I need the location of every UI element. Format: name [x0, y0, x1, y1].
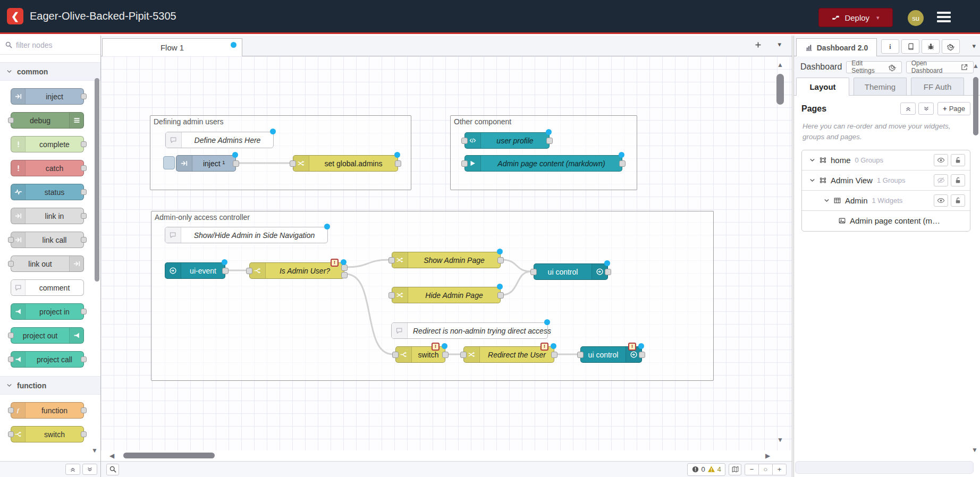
input-port[interactable]: [461, 160, 468, 167]
input-port[interactable]: [392, 352, 399, 358]
output-port[interactable]: [81, 213, 87, 219]
tab-dashboard-2[interactable]: Dashboard 2.0: [796, 38, 877, 56]
palette-node-complete[interactable]: complete: [11, 136, 84, 152]
palette-node-debug[interactable]: debug: [11, 112, 84, 129]
input-port[interactable]: [460, 352, 467, 358]
palette-category-common[interactable]: common: [0, 62, 100, 81]
output-port[interactable]: [81, 431, 87, 437]
output-port[interactable]: [81, 93, 87, 99]
output-port[interactable]: [81, 141, 87, 147]
output-port[interactable]: [81, 309, 87, 314]
palette-node-project-out[interactable]: project out: [11, 327, 84, 344]
visibility-toggle-button[interactable]: [934, 154, 948, 166]
palette-node-inject[interactable]: inject: [11, 88, 84, 105]
output-port[interactable]: [395, 160, 401, 167]
chevron-down-icon[interactable]: [824, 198, 830, 203]
lock-toggle-button[interactable]: [951, 154, 965, 166]
palette-scroll-down-icon[interactable]: ▼: [91, 447, 98, 454]
flow-canvas[interactable]: Defining admin usersOther componentAdmin…: [101, 56, 792, 450]
palette-node-link-out[interactable]: link out: [11, 255, 84, 272]
node-redirect-the-user[interactable]: Redirect the User!: [463, 346, 554, 363]
palette-expand-all-button[interactable]: [82, 464, 97, 475]
palette-node-comment[interactable]: comment: [11, 279, 84, 296]
output-port[interactable]: [546, 138, 553, 144]
user-avatar[interactable]: su: [908, 10, 924, 26]
tree-row-admin[interactable]: Admin1 Widgets: [802, 191, 970, 211]
canvas-scroll-right-icon[interactable]: ▶: [765, 453, 770, 459]
node-admin-page-content-markdown-[interactable]: Admin page content (markdown): [464, 155, 622, 172]
output-port-2[interactable]: [341, 272, 348, 278]
group-defining-admin-users[interactable]: Defining admin users: [150, 115, 411, 190]
output-port[interactable]: [605, 269, 611, 275]
node-user-profile[interactable]: user profile: [464, 132, 550, 149]
output-port[interactable]: [497, 257, 504, 263]
output-port[interactable]: [233, 160, 239, 167]
collapse-all-pages-button[interactable]: [900, 103, 916, 115]
canvas-scroll-left-icon[interactable]: ◀: [109, 453, 114, 459]
sidebar-vertical-scrollbar[interactable]: [973, 77, 978, 135]
canvas-scroll-up-icon[interactable]: ▲: [777, 62, 783, 68]
node-ui-event[interactable]: ui-event: [165, 262, 225, 279]
input-port[interactable]: [530, 269, 537, 275]
input-port[interactable]: [8, 237, 14, 243]
config-tab-button[interactable]: [942, 39, 960, 54]
output-port[interactable]: [442, 352, 449, 358]
output-port-1[interactable]: [341, 265, 348, 271]
tree-row-home[interactable]: home0 Groups: [802, 150, 970, 171]
node-inject-[interactable]: inject ¹: [176, 155, 236, 172]
zoom-reset-button[interactable]: ○: [758, 464, 773, 475]
input-port[interactable]: [8, 431, 14, 437]
output-port[interactable]: [639, 352, 645, 358]
sidebar-scroll-down-icon[interactable]: ▼: [971, 447, 978, 453]
sidebar-scroll-up-icon[interactable]: ▲: [973, 63, 979, 69]
edit-settings-button[interactable]: Edit Settings: [846, 61, 901, 73]
notification-badges[interactable]: 0 4: [687, 463, 725, 476]
sidebar-tabs-caret-icon[interactable]: ▾: [972, 42, 976, 50]
output-port[interactable]: [497, 292, 504, 299]
subtab-theming[interactable]: Theming: [854, 78, 907, 95]
input-port[interactable]: [8, 117, 14, 123]
palette-node-switch[interactable]: switch: [11, 426, 84, 442]
subtab-ff-auth[interactable]: FF Auth: [911, 78, 964, 95]
tab-flow-1[interactable]: Flow 1: [102, 38, 242, 56]
input-port[interactable]: [290, 160, 296, 167]
palette-node-link-call[interactable]: link call: [11, 232, 84, 248]
palette-collapse-all-button[interactable]: [65, 464, 80, 475]
deploy-button[interactable]: Deploy ▾: [818, 8, 893, 27]
node-redirect-is-non-admin-trying-direct-access[interactable]: Redirect is non-admin trying direct acce…: [391, 322, 548, 339]
output-port[interactable]: [619, 160, 626, 167]
palette-node-function[interactable]: ffunction: [11, 402, 84, 419]
input-port[interactable]: [388, 292, 395, 299]
node-set-global-admins[interactable]: set global.admins: [293, 155, 398, 172]
canvas-search-button[interactable]: [106, 464, 119, 475]
output-port[interactable]: [551, 352, 557, 358]
chevron-down-icon[interactable]: [809, 177, 815, 183]
node-ui-control[interactable]: ui control: [534, 263, 608, 280]
palette-node-status[interactable]: status: [11, 184, 84, 200]
input-port[interactable]: [461, 138, 468, 144]
visibility-toggle-button[interactable]: [934, 174, 948, 186]
palette-node-project-call[interactable]: project call: [11, 351, 84, 368]
canvas-vertical-scrollbar[interactable]: [776, 74, 784, 105]
canvas-scroll-down-icon[interactable]: ▼: [777, 437, 783, 443]
tree-row-admin-view[interactable]: Admin View1 Groups: [802, 171, 970, 191]
palette-node-catch[interactable]: catch: [11, 160, 84, 176]
add-flow-button[interactable]: [754, 41, 762, 49]
output-port[interactable]: [81, 237, 87, 243]
input-port[interactable]: [388, 257, 395, 263]
zoom-out-button[interactable]: −: [745, 464, 759, 475]
palette-node-link-in[interactable]: link in: [11, 208, 84, 224]
help-tab-button[interactable]: [901, 39, 919, 54]
output-port[interactable]: [81, 165, 87, 171]
node-ui-control[interactable]: ui control!: [580, 346, 642, 363]
debug-tab-button[interactable]: [922, 39, 940, 54]
open-dashboard-button[interactable]: Open Dashboard: [906, 61, 974, 73]
output-port[interactable]: [81, 189, 87, 195]
input-port[interactable]: [8, 407, 14, 413]
node-hide-admin-page[interactable]: Hide Admin Page: [392, 287, 501, 303]
canvas-horizontal-scrollbar[interactable]: [123, 453, 215, 458]
info-tab-button[interactable]: i: [881, 39, 899, 54]
tree-row-admin-page-content-m-[interactable]: Admin page content (m…: [802, 211, 970, 231]
palette-scrollbar[interactable]: [95, 78, 99, 282]
input-port[interactable]: [246, 268, 252, 274]
